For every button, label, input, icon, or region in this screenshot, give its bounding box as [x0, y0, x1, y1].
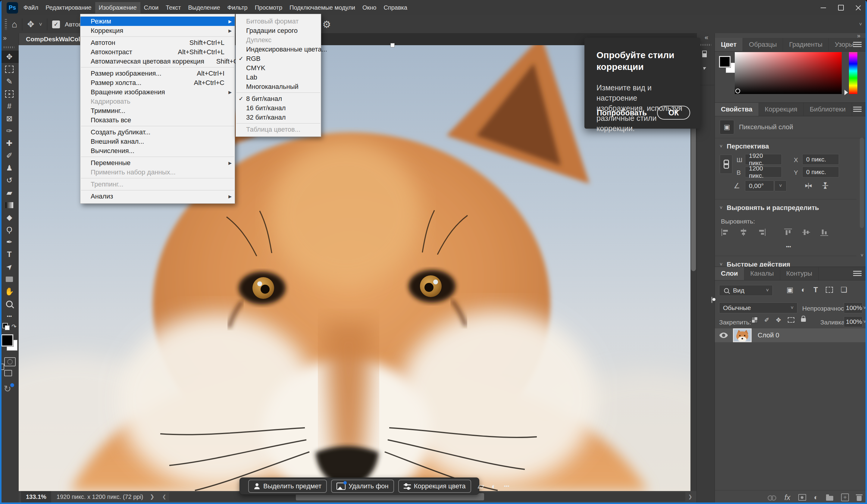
transform-handle[interactable]	[390, 43, 395, 47]
options-grip[interactable]	[5, 19, 7, 30]
adjustments-icon[interactable]: ◐	[491, 482, 496, 490]
menu-item-apply-image[interactable]: Внешний канал...	[81, 137, 235, 146]
clone-stamp-tool[interactable]: ♟	[0, 162, 19, 174]
menu-edit[interactable]: Редактирование	[42, 2, 95, 13]
blend-mode-dropdown[interactable]: Обычные ˅	[719, 302, 798, 313]
filter-smart-objects-icon[interactable]: ❏	[841, 286, 847, 293]
submenu-item-8bit[interactable]: ✓8 бит/канал	[236, 94, 321, 103]
menu-layers[interactable]: Слои	[140, 2, 162, 13]
menu-item-variables[interactable]: Переменные▶	[81, 158, 235, 168]
x-field[interactable]: 0 пикс.	[802, 154, 839, 165]
hscroll-left-arrow-icon[interactable]: ❮	[162, 494, 166, 499]
marquee-tool[interactable]	[0, 63, 19, 75]
selection-brush-tool[interactable]: ✎	[0, 75, 19, 88]
submenu-item-multichannel[interactable]: Многоканальный	[236, 82, 321, 91]
properties-panel-menu-icon[interactable]	[853, 107, 861, 112]
tab-swatches[interactable]: Образцы	[743, 38, 783, 51]
menu-file[interactable]: Файл	[20, 2, 42, 13]
menu-plugins[interactable]: Подключаемые модули	[286, 2, 359, 13]
filter-shape-layers-icon[interactable]	[826, 287, 833, 293]
crop-tool[interactable]: #	[0, 100, 19, 112]
tool-preset-chevron-icon[interactable]: ˅	[39, 22, 42, 27]
transform-section-chevron-icon[interactable]: ˅	[720, 144, 722, 149]
status-chevron-icon[interactable]: ❯	[150, 494, 154, 500]
align-top-icon[interactable]	[784, 229, 792, 236]
filter-pixel-layers-icon[interactable]: ▣	[786, 286, 793, 293]
new-adjustment-layer-icon[interactable]: ◐	[814, 494, 818, 501]
move-tool[interactable]: ✥	[0, 51, 19, 63]
color-panel-menu-icon[interactable]	[853, 42, 861, 47]
hue-slider-arrow[interactable]	[844, 90, 848, 95]
dock-grip[interactable]	[700, 44, 711, 46]
menu-item-autotone[interactable]: АвтотонShift+Ctrl+L	[81, 38, 235, 47]
remove-background-button[interactable]: Удалить фон	[331, 480, 394, 493]
align-left-icon[interactable]	[721, 229, 729, 236]
menu-item-duplicate[interactable]: Создать дубликат...	[81, 127, 235, 137]
home-icon[interactable]: ⌂	[12, 20, 17, 29]
color-foreground-swatch[interactable]	[719, 56, 730, 67]
filter-type-layers-icon[interactable]: T	[813, 286, 818, 293]
hand-tool[interactable]: ✋	[0, 285, 19, 298]
layer-name[interactable]: Слой 0	[758, 331, 779, 339]
current-tool-move-icon[interactable]: ✥	[27, 20, 34, 29]
tab-paths[interactable]: Контуры	[780, 267, 818, 280]
tab-channels[interactable]: Каналы	[745, 267, 780, 280]
quick-mask-button[interactable]	[4, 357, 16, 366]
color-correction-button[interactable]: Коррекция цвета	[398, 480, 471, 493]
autoselect-checkbox[interactable]: ✓	[52, 21, 60, 28]
layers-panel-menu-icon[interactable]	[853, 271, 861, 277]
flip-vertical-icon[interactable]: ▸|◂	[823, 182, 829, 188]
healing-brush-tool[interactable]: ✚	[0, 137, 19, 149]
transform-section-title[interactable]: Перспектива	[727, 142, 769, 150]
rotate-view-button[interactable]: ↻	[4, 384, 11, 394]
eraser-tool[interactable]: ▰	[0, 186, 19, 199]
menu-item-adjustments[interactable]: Коррекция▶	[81, 26, 235, 35]
tools-collapse-icon[interactable]: »	[3, 35, 7, 42]
gear-icon[interactable]: ⚙	[322, 20, 331, 29]
flip-horizontal-icon[interactable]: ▸|◂	[805, 182, 811, 188]
menu-item-reveal-all[interactable]: Показать все	[81, 115, 235, 125]
frame-tool[interactable]: ⊠	[0, 112, 19, 125]
gradient-tool[interactable]	[0, 199, 19, 211]
align-bottom-icon[interactable]	[820, 229, 828, 236]
menu-item-mode[interactable]: Режим▶	[81, 17, 235, 26]
zoom-level[interactable]: 133.1%	[21, 491, 51, 503]
tab-adjustments[interactable]: Коррекция	[759, 103, 804, 116]
menu-view[interactable]: Просмотр	[251, 2, 286, 13]
menu-item-image-size[interactable]: Размер изображения...Alt+Ctrl+I	[81, 69, 235, 78]
submenu-item-32bit[interactable]: 32 бит/канал	[236, 113, 321, 122]
menu-item-autocontrast[interactable]: АвтоконтрастAlt+Shift+Ctrl+L	[81, 47, 235, 57]
menu-window[interactable]: Окно	[359, 2, 380, 13]
close-button[interactable]	[849, 1, 867, 14]
options-overflow-chevron-icon[interactable]: ˅	[859, 22, 862, 27]
layer-filter-dropdown[interactable]: Вид ˅	[719, 285, 773, 296]
layer-style-fx-icon[interactable]: fx	[784, 493, 790, 502]
menu-item-calculations[interactable]: Вычисления...	[81, 146, 235, 156]
menu-item-trim[interactable]: Тримминг...	[81, 106, 235, 115]
add-layer-mask-icon[interactable]	[798, 494, 806, 501]
layer-thumbnail[interactable]	[733, 328, 752, 342]
align-more-icon[interactable]: •••	[786, 244, 791, 249]
align-section-title[interactable]: Выровнять и распределить	[727, 204, 819, 212]
blur-tool[interactable]: ◆	[0, 211, 19, 224]
submenu-item-rgb[interactable]: ✓RGB	[236, 54, 321, 63]
properties-scroll-down-icon[interactable]: ˅	[861, 253, 863, 258]
lock-transparency-icon[interactable]	[752, 317, 758, 323]
panel-collapse-icon[interactable]: »	[857, 33, 860, 39]
menu-item-image-rotation[interactable]: Вращение изображения▶	[81, 87, 235, 97]
type-tool[interactable]: T	[0, 248, 19, 260]
history-brush-tool[interactable]: ↺	[0, 174, 19, 186]
lock-artboard-icon[interactable]	[788, 317, 794, 323]
menu-item-autocolor[interactable]: Автоматическая цветовая коррекцияShift+C…	[81, 57, 235, 66]
menu-select[interactable]: Выделение	[185, 2, 224, 13]
fill-field[interactable]: 100%˅	[844, 316, 863, 327]
angle-field[interactable]: 0,00°	[745, 181, 774, 191]
toast-ok-button[interactable]: ОК	[657, 106, 690, 120]
angle-dropdown[interactable]: ˅	[774, 181, 786, 191]
more-tools-button[interactable]: •••	[0, 310, 19, 322]
tab-layers[interactable]: Слои	[715, 267, 745, 280]
saturation-brightness-field[interactable]	[735, 52, 842, 94]
filter-toggle-switch[interactable]	[711, 297, 713, 303]
submenu-item-grayscale[interactable]: Градации серого	[236, 26, 321, 35]
layer-row[interactable]: Слой 0	[715, 328, 866, 342]
